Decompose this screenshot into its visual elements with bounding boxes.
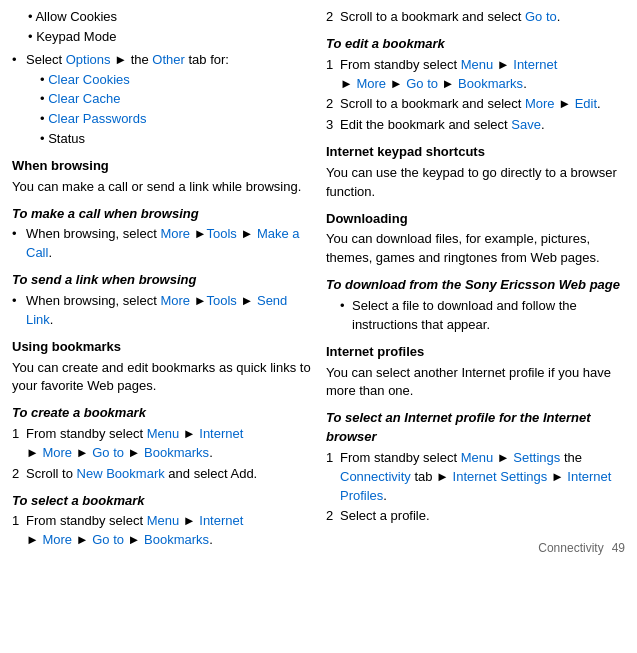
using-bookmarks-heading: Using bookmarks [12,338,312,357]
select-step1: 1 From standby select Menu ► Internet ► … [12,512,312,550]
create-step2: 2 Scroll to New Bookmark and select Add. [12,465,312,484]
edit-step3: 3 Edit the bookmark and select Save. [326,116,625,135]
list-item: Clear Passwords [40,110,312,129]
profile-step1: 1 From standby select Menu ► Settings th… [326,449,625,506]
list-item: Keypad Mode [28,28,312,47]
list-item: Clear Cookies [40,71,312,90]
internet-profiles-heading: Internet profiles [326,343,625,362]
list-item: Clear Cache [40,90,312,109]
page-container: Allow Cookies Keypad Mode • Select Optio… [12,8,625,558]
list-item: Allow Cookies [28,8,312,27]
footer-page: 49 [612,540,625,557]
right-step2-scroll: 2 Scroll to a bookmark and select Go to. [326,8,625,27]
left-column: Allow Cookies Keypad Mode • Select Optio… [12,8,322,558]
select-profile-heading: To select an Internet profile for the In… [326,409,625,447]
select-line: • Select Options ► the Other tab for: [12,51,312,70]
using-bookmarks-body: You can create and edit bookmarks as qui… [12,359,312,397]
when-browsing-body: You can make a call or send a link while… [12,178,312,197]
create-bookmark-heading: To create a bookmark [12,404,312,423]
footer: Connectivity 49 [326,536,625,557]
internet-profiles-body: You can select another Internet profile … [326,364,625,402]
downloading-body: You can download files, for example, pic… [326,230,625,268]
send-link-line: • When browsing, select More ►Tools ► Se… [12,292,312,330]
internet-shortcuts-body: You can use the keypad to go directly to… [326,164,625,202]
list-item: Status [40,130,312,149]
internet-shortcuts-heading: Internet keypad shortcuts [326,143,625,162]
edit-step2: 2 Scroll to a bookmark and select More ►… [326,95,625,114]
edit-bookmark-heading: To edit a bookmark [326,35,625,54]
profile-step2: 2 Select a profile. [326,507,625,526]
download-sony-heading: To download from the Sony Ericsson Web p… [326,276,625,295]
select-bookmark-heading: To select a bookmark [12,492,312,511]
downloading-heading: Downloading [326,210,625,229]
send-link-heading: To send a link when browsing [12,271,312,290]
right-column: 2 Scroll to a bookmark and select Go to.… [322,8,625,558]
option-bullets: Clear Cookies Clear Cache Clear Password… [12,71,312,149]
create-step1: 1 From standby select Menu ► Internet ► … [12,425,312,463]
when-browsing-heading: When browsing [12,157,312,176]
top-bullets: Allow Cookies Keypad Mode [12,8,312,47]
make-call-heading: To make a call when browsing [12,205,312,224]
make-call-line: • When browsing, select More ►Tools ► Ma… [12,225,312,263]
edit-step1: 1 From standby select Menu ► Internet ► … [326,56,625,94]
footer-text: Connectivity [538,540,603,557]
download-bullet: • Select a file to download and follow t… [326,297,625,335]
